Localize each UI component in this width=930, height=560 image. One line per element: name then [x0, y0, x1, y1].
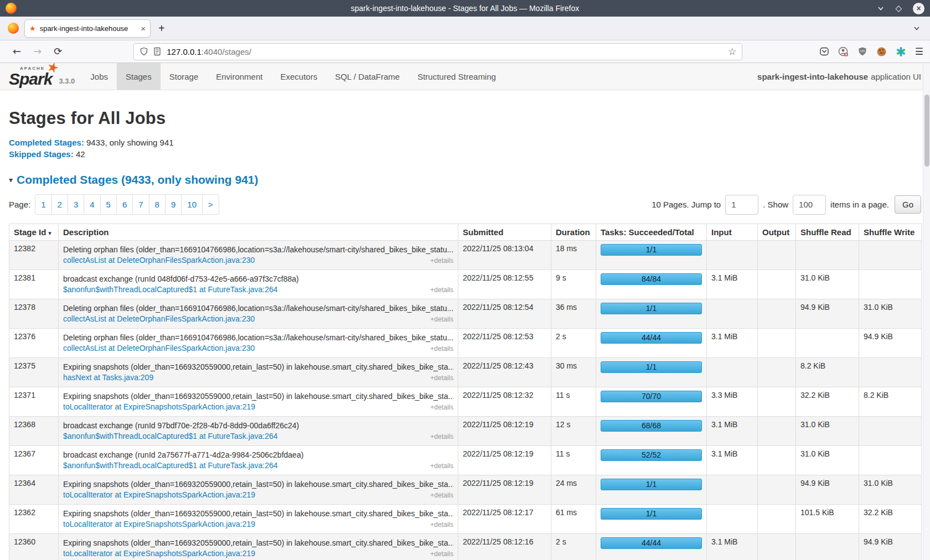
page-number-10[interactable]: 10	[182, 195, 203, 214]
ublock-shield-icon[interactable]: UO	[857, 46, 867, 56]
page-number-7[interactable]: 7	[133, 195, 149, 214]
cookie-icon[interactable]	[876, 46, 887, 57]
details-toggle[interactable]: +details	[430, 373, 453, 383]
page-number-2[interactable]: 2	[52, 195, 68, 214]
jump-to-input[interactable]	[725, 195, 758, 215]
spark-tab-jobs[interactable]: Jobs	[81, 63, 117, 90]
pocket-icon[interactable]	[819, 46, 829, 56]
details-toggle[interactable]: +details	[430, 402, 453, 413]
stage-callsite-link[interactable]: collectAsList at DeleteOrphanFilesSparkA…	[63, 343, 255, 354]
stage-callsite-link[interactable]: collectAsList at DeleteOrphanFilesSparkA…	[63, 314, 255, 324]
page-number-3[interactable]: 3	[68, 195, 84, 214]
stage-callsite-link[interactable]: toLocalIterator at ExpireSnapshotsSparkA…	[63, 548, 255, 559]
stage-callsite-link[interactable]: toLocalIterator at ExpireSnapshotsSparkA…	[63, 490, 255, 500]
back-button[interactable]: ←	[13, 46, 21, 56]
column-header-output[interactable]: Output	[758, 224, 796, 241]
maximize-button[interactable]: ◇	[895, 4, 902, 13]
spark-tab-sql-dataframe[interactable]: SQL / DataFrame	[326, 63, 409, 90]
tracking-shield-icon[interactable]	[140, 47, 148, 56]
completed-stages-link[interactable]: Completed Stages:	[9, 138, 84, 147]
shuffle-write-cell	[859, 358, 922, 387]
next-page-button[interactable]: >	[203, 195, 219, 214]
duration-cell: 11 s	[551, 446, 596, 475]
column-header-shuffle-write[interactable]: Shuffle Write	[859, 224, 922, 241]
details-toggle[interactable]: +details	[430, 461, 453, 471]
column-header-tasks-succeeded-total[interactable]: Tasks: Succeeded/Total	[596, 224, 707, 241]
stage-id-cell: 12368	[9, 417, 59, 446]
spark-logo[interactable]: APACHE Spark ★ 3.3.0	[0, 63, 81, 90]
close-tab-icon[interactable]: ×	[141, 24, 146, 33]
menu-hamburger-icon[interactable]: ☰	[915, 47, 923, 56]
column-header-description[interactable]: Description	[59, 224, 458, 241]
show-items-input[interactable]	[793, 195, 826, 215]
page-number-9[interactable]: 9	[166, 195, 182, 214]
shuffle-read-cell	[796, 534, 859, 560]
new-tab-button[interactable]: +	[158, 22, 165, 35]
details-toggle[interactable]: +details	[430, 285, 453, 295]
details-toggle[interactable]: +details	[430, 520, 453, 530]
stage-callsite-link[interactable]: collectAsList at DeleteOrphanFilesSparkA…	[63, 255, 255, 266]
stage-row: 12381broadcast exchange (runId 048fd06f-…	[9, 270, 922, 299]
tasks-cell: 1/1	[596, 299, 707, 329]
spark-tab-stages[interactable]: Stages	[117, 63, 161, 90]
go-button[interactable]: Go	[895, 195, 921, 214]
input-cell: 3.1 MiB	[707, 329, 758, 358]
tasks-progress-bar: 70/70	[601, 391, 702, 402]
input-cell: 3.1 MiB	[707, 417, 758, 446]
stage-callsite-link[interactable]: hasNext at Tasks.java:209	[63, 372, 153, 383]
stage-callsite-link[interactable]: toLocalIterator at ExpireSnapshotsSparkA…	[63, 402, 255, 412]
page-info-icon[interactable]	[153, 47, 161, 56]
stage-description: Expiring snapshots (older_than=166932055…	[63, 508, 453, 519]
stage-callsite-link[interactable]: $anonfun$withThreadLocalCaptured$1 at Fu…	[63, 431, 278, 442]
close-window-button[interactable]: ×	[913, 3, 924, 14]
forward-button[interactable]: →	[33, 46, 42, 56]
page-number-4[interactable]: 4	[84, 195, 100, 214]
details-toggle[interactable]: +details	[430, 549, 453, 559]
details-toggle[interactable]: +details	[430, 344, 453, 354]
skipped-stages-link[interactable]: Skipped Stages:	[9, 149, 74, 159]
spark-tab-environment[interactable]: Environment	[207, 63, 271, 90]
sort-descending-icon: ▾	[48, 230, 51, 237]
details-toggle[interactable]: +details	[430, 490, 453, 501]
list-all-tabs-icon[interactable]	[913, 25, 920, 32]
spark-tab-storage[interactable]: Storage	[161, 63, 208, 90]
tasks-progress-bar: 1/1	[601, 244, 702, 256]
description-cell: Expiring snapshots (older_than=166932055…	[59, 475, 458, 505]
completed-stages-section-header[interactable]: ▾ Completed Stages (9433, only showing 9…	[9, 173, 921, 186]
details-toggle[interactable]: +details	[430, 314, 453, 325]
input-cell	[707, 241, 758, 270]
page-number-1[interactable]: 1	[35, 195, 51, 214]
input-cell	[707, 475, 758, 505]
details-toggle[interactable]: +details	[430, 432, 453, 442]
column-header-duration[interactable]: Duration	[551, 224, 596, 241]
column-header-stage-id[interactable]: Stage Id▾	[9, 224, 59, 241]
page-number-6[interactable]: 6	[117, 195, 133, 214]
browser-tab[interactable]: ★ spark-ingest-into-lakehouse - Stages f…	[24, 19, 151, 38]
bookmark-star-icon[interactable]: ☆	[728, 46, 736, 57]
column-header-submitted[interactable]: Submitted	[458, 224, 551, 241]
minimize-button[interactable]	[877, 5, 884, 12]
reload-button[interactable]: ⟳	[54, 46, 62, 56]
tasks-cell: 1/1	[596, 358, 707, 387]
url-text[interactable]: 127.0.0.1:4040/stages/	[167, 47, 251, 56]
account-icon[interactable]	[838, 46, 849, 57]
stage-id-cell: 12378	[9, 299, 59, 329]
stage-callsite-link[interactable]: $anonfun$withThreadLocalCaptured$1 at Fu…	[63, 460, 278, 471]
stage-callsite-link[interactable]: toLocalIterator at ExpireSnapshotsSparkA…	[63, 519, 255, 530]
details-toggle[interactable]: +details	[430, 256, 453, 266]
url-bar[interactable]: 127.0.0.1:4040/stages/ ☆	[133, 43, 742, 60]
spark-tab-structured-streaming[interactable]: Structured Streaming	[409, 63, 505, 90]
collapse-arrow-icon: ▾	[9, 175, 13, 184]
page-number-5[interactable]: 5	[101, 195, 117, 214]
firefox-view-icon[interactable]	[8, 23, 19, 34]
page-scrollbar[interactable]	[923, 64, 930, 560]
tab-title: spark-ingest-into-lakehouse - Stages for…	[40, 24, 128, 33]
column-header-shuffle-read[interactable]: Shuffle Read	[796, 224, 859, 241]
shuffle-read-cell: 8.2 KiB	[796, 358, 859, 387]
spark-tab-executors[interactable]: Executors	[271, 63, 326, 90]
scrollbar-thumb[interactable]	[924, 95, 929, 167]
column-header-input[interactable]: Input	[707, 224, 758, 241]
extension-asterisk-icon[interactable]	[896, 46, 906, 57]
page-number-8[interactable]: 8	[149, 195, 166, 214]
stage-callsite-link[interactable]: $anonfun$withThreadLocalCaptured$1 at Fu…	[63, 284, 278, 295]
